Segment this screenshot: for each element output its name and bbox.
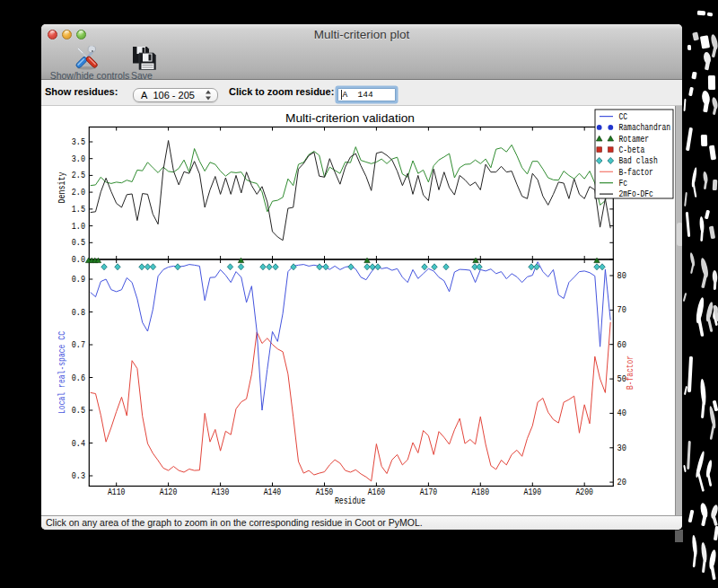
svg-text:20: 20 <box>617 477 626 487</box>
svg-text:A200: A200 <box>575 487 593 497</box>
svg-text:A110: A110 <box>108 487 126 497</box>
svg-text:Local real-space CC: Local real-space CC <box>57 331 67 414</box>
svg-text:A190: A190 <box>524 487 542 497</box>
svg-text:0.4: 0.4 <box>72 438 85 449</box>
svg-text:0.5: 0.5 <box>72 237 85 248</box>
svg-text:2.5: 2.5 <box>72 170 85 180</box>
svg-text:1.0: 1.0 <box>72 221 85 232</box>
svg-text:B-factor: B-factor <box>625 355 635 390</box>
svg-text:A160: A160 <box>368 487 386 497</box>
svg-text:30: 30 <box>617 443 626 453</box>
svg-text:3.5: 3.5 <box>72 136 85 147</box>
svg-text:Ramachandran: Ramachandran <box>619 122 671 133</box>
svg-text:A170: A170 <box>420 487 438 497</box>
svg-text:0.6: 0.6 <box>72 373 85 383</box>
svg-text:2.0: 2.0 <box>72 187 85 197</box>
svg-text:80: 80 <box>617 270 626 281</box>
svg-text:Multi-criterion validation: Multi-criterion validation <box>285 111 415 125</box>
svg-text:Fc: Fc <box>619 178 628 189</box>
svg-text:A130: A130 <box>212 487 230 497</box>
svg-text:Rotamer: Rotamer <box>619 134 650 145</box>
svg-text:2mFo-DFc: 2mFo-DFc <box>619 189 653 199</box>
svg-text:A120: A120 <box>160 487 178 497</box>
svg-text:70: 70 <box>617 304 626 315</box>
svg-text:1.5: 1.5 <box>72 204 85 215</box>
svg-text:A140: A140 <box>264 487 282 497</box>
svg-text:0.8: 0.8 <box>72 307 85 318</box>
svg-text:3.0: 3.0 <box>72 154 85 164</box>
svg-text:Density: Density <box>57 172 67 204</box>
svg-text:0.5: 0.5 <box>72 405 85 416</box>
svg-text:0.7: 0.7 <box>72 339 85 350</box>
svg-text:Bad clash: Bad clash <box>619 155 658 166</box>
svg-text:Residue: Residue <box>335 496 365 506</box>
svg-text:CC: CC <box>619 111 628 122</box>
svg-text:40: 40 <box>617 408 626 418</box>
svg-text:0.3: 0.3 <box>72 470 85 481</box>
svg-text:0.0: 0.0 <box>72 254 85 265</box>
svg-text:0.9: 0.9 <box>72 274 85 285</box>
svg-text:A180: A180 <box>472 487 490 497</box>
svg-text:60: 60 <box>617 339 626 350</box>
svg-text:B-factor: B-factor <box>619 167 653 178</box>
svg-text:A150: A150 <box>316 487 334 497</box>
svg-text:C-beta: C-beta <box>619 145 645 155</box>
